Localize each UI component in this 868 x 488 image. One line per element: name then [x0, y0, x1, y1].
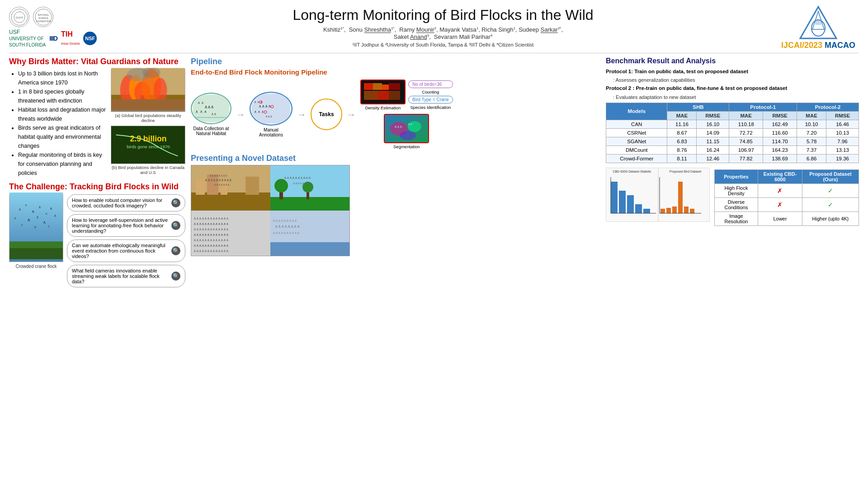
- comp-property: Diverse Conditions: [715, 197, 758, 211]
- svg-text:SCIENCE: SCIENCE: [38, 17, 48, 19]
- question-4: What field cameras innovations enable st…: [67, 265, 185, 287]
- svg-text:∧∧∧∧∧∧∧∧∧∧∧∧∧: ∧∧∧∧∧∧∧∧∧∧∧∧∧: [193, 227, 229, 231]
- comp-existing: Lower: [758, 211, 802, 225]
- q3-text: Can we automate ethologically meaningful…: [72, 243, 169, 259]
- svg-text:∧∧∧∧∧∧∧∧∧: ∧∧∧∧∧∧∧∧∧: [273, 219, 297, 223]
- comp-proposed: Higher (upto 4K): [802, 211, 859, 225]
- p2-rmse-val: 13.13: [826, 145, 859, 154]
- data-collection-label: Data Collection atNatural Habitat: [193, 126, 229, 136]
- counting-label: Counting: [408, 89, 453, 94]
- main-content: Why Birds Matter: Vital Guardians of Nat…: [9, 57, 859, 483]
- flock-label: Crowded crane flock: [15, 264, 57, 269]
- svg-text:∧: ∧: [45, 212, 47, 215]
- search-icon-1[interactable]: 🔍: [171, 198, 180, 207]
- comparison-row: Diverse Conditions ✗ ✓: [715, 197, 859, 211]
- node-data-collection: ∧ ∧ ∧∧∧ ∧ ∧ ∧ ∧∧ Data Collection atNatur…: [191, 93, 231, 136]
- svg-text:∧∧∧∧∧∧∧∧∧∧: ∧∧∧∧∧∧∧∧∧∧: [273, 231, 300, 235]
- col-middle: Pipeline End-to-End Bird Flock Monitorin…: [191, 57, 600, 483]
- comparison-section: CBD-6000 Dataset Statistic Proposed Bird…: [606, 168, 859, 226]
- annotations-label: ManualAnnotations: [259, 127, 283, 137]
- comparison-row: Image Resolution Lower Higher (upto 4K): [715, 211, 859, 225]
- svg-text:∧: ∧: [34, 225, 37, 229]
- comp-existing: ✗: [758, 197, 802, 211]
- p1-mae-val: 72.72: [729, 128, 763, 137]
- protocol2-header: Protocol 2 : Pre-train on public data, f…: [606, 85, 787, 91]
- p1-mae: MAE: [729, 111, 763, 120]
- table-row: Crowd-Former 8.11 12.46 77.82 138.69 6.8…: [606, 154, 859, 163]
- svg-text:∧∧: ∧∧: [211, 112, 217, 116]
- comparison-table: Properties Existing CBD-6000 Proposed Da…: [714, 169, 859, 226]
- svg-text:∧∧∧∧∧∧∧∧∧∧∧∧∧: ∧∧∧∧∧∧∧∧∧∧∧∧∧: [193, 249, 229, 253]
- svg-rect-113: [672, 206, 677, 213]
- svg-rect-10: [815, 20, 821, 25]
- col-models: Models: [606, 103, 667, 120]
- question-1: How to enable robust computer vision for…: [67, 194, 185, 211]
- bullet-5: Regular monitoring of birds is key for c…: [18, 150, 107, 178]
- svg-rect-75: [245, 177, 259, 195]
- col-protocol2: Protocol-2: [797, 103, 859, 111]
- model-name: DMCount: [606, 145, 667, 154]
- comparison-table-wrapper: Properties Existing CBD-6000 Proposed Da…: [714, 168, 859, 226]
- ijcai-year: 2023: [804, 41, 822, 50]
- svg-text:∧∧∧∧∧∧∧∧∧∧: ∧∧∧∧∧∧∧∧∧∧: [284, 176, 311, 180]
- p1-mae-val: 74.85: [729, 137, 763, 145]
- svg-rect-105: [619, 191, 626, 213]
- svg-text:CBD-6000 Dataset Statistic: CBD-6000 Dataset Statistic: [613, 170, 651, 173]
- svg-text:∧: ∧: [36, 215, 39, 219]
- svg-text:∧∧∧∧∧∧∧: ∧∧∧∧∧∧∧: [214, 183, 230, 186]
- svg-rect-106: [627, 195, 634, 213]
- comp-proposed: ✓: [802, 197, 859, 211]
- bullet-2: 1 in 8 bird species globally threatened …: [18, 87, 107, 105]
- annotations-circle: ∧ ∧ ∧ ∧∧∧∧ ∧ ∧ ∧ ∧∧∧: [250, 92, 292, 126]
- svg-text:∧∧∧: ∧∧∧: [394, 125, 402, 129]
- svg-text:∧: ∧: [27, 217, 30, 222]
- comp-property: Image Resolution: [715, 211, 758, 225]
- svg-text:∧∧∧∧∧∧∧∧∧∧∧∧∧: ∧∧∧∧∧∧∧∧∧∧∧∧∧: [193, 222, 229, 226]
- svg-text:∧: ∧: [21, 223, 23, 226]
- svg-text:∧: ∧: [43, 220, 46, 225]
- results-table: Models SHB Protocol-1 Protocol-2 MAE RMS…: [606, 103, 859, 163]
- svg-rect-41: [9, 241, 63, 248]
- emblem2-logo: NATIONAL SCIENCE FOUNDATION: [33, 7, 53, 27]
- protocol2-text: Protocol 2 : Pre-train on public data, f…: [606, 84, 859, 92]
- dataset-img-3: ∧∧∧∧∧∧∧∧∧∧∧∧∧ ∧∧∧∧∧∧∧∧∧∧∧∧∧ ∧∧∧∧∧∧∧∧∧∧∧∧…: [191, 211, 270, 256]
- shb-mae-val: 8.11: [667, 154, 697, 163]
- svg-text:∧: ∧: [50, 206, 52, 211]
- svg-text:∧: ∧: [14, 216, 16, 220]
- svg-rect-58: [373, 83, 382, 90]
- comp-property: High Flock Density: [715, 183, 758, 197]
- density-label: Density Estimation: [365, 105, 401, 110]
- shb-rmse-val: 12.46: [697, 154, 729, 163]
- ijcai-label: IJCAI/: [781, 41, 804, 50]
- table-row: CAN 11.16 16.10 110.18 162.49 10.10 16.4…: [606, 120, 859, 128]
- search-icon-4[interactable]: 🔍: [171, 272, 180, 281]
- tasks-node: Tasks: [311, 99, 342, 130]
- svg-text:∧: ∧: [32, 209, 35, 214]
- search-icon-3[interactable]: 🔍: [171, 246, 180, 255]
- svg-rect-61: [364, 91, 377, 100]
- model-name: Crowd-Former: [606, 154, 667, 163]
- challenge-section: The Challenge: Tracking Bird Flocks in W…: [9, 182, 185, 483]
- p1-mae-val: 77.82: [729, 154, 763, 163]
- p2-rmse-val: 19.36: [826, 154, 859, 163]
- svg-text:∧∧: ∧∧: [408, 122, 412, 126]
- svg-text:∧∧∧∧∧∧∧: ∧∧∧∧∧∧∧: [293, 182, 309, 185]
- svg-text:∧∧∧∧∧∧∧∧∧∧∧∧∧: ∧∧∧∧∧∧∧∧∧∧∧∧∧: [193, 233, 229, 237]
- tih-logo: TIHiHub Drishti: [61, 30, 80, 47]
- comparison-row: High Flock Density ✗ ✓: [715, 183, 859, 197]
- ijcai-logo: IJCAI/2023 MACAO: [781, 5, 855, 50]
- benchmark-section: Benchmark Result and Analysis Protocol 1…: [606, 57, 859, 226]
- challenge-title: The Challenge: Tracking Bird Flocks in W…: [9, 182, 185, 192]
- svg-text:∧∧∧∧∧∧∧∧∧∧: ∧∧∧∧∧∧∧∧∧∧: [205, 178, 232, 182]
- p1-rmse-val: 138.69: [763, 154, 797, 163]
- svg-text:∧: ∧: [38, 205, 41, 209]
- shb-rmse: RMSE: [697, 111, 729, 120]
- svg-rect-114: [678, 182, 683, 213]
- density-output: Density Estimation No of birds=36 Counti…: [360, 80, 453, 110]
- svg-rect-60: [389, 83, 400, 90]
- pipeline-section: Pipeline End-to-End Bird Flock Monitorin…: [191, 57, 600, 149]
- svg-text:∧: ∧: [47, 225, 50, 228]
- segmentation-label: Segmentation: [393, 144, 420, 149]
- search-icon-2[interactable]: 🔍: [171, 221, 180, 230]
- svg-point-17: [154, 78, 167, 103]
